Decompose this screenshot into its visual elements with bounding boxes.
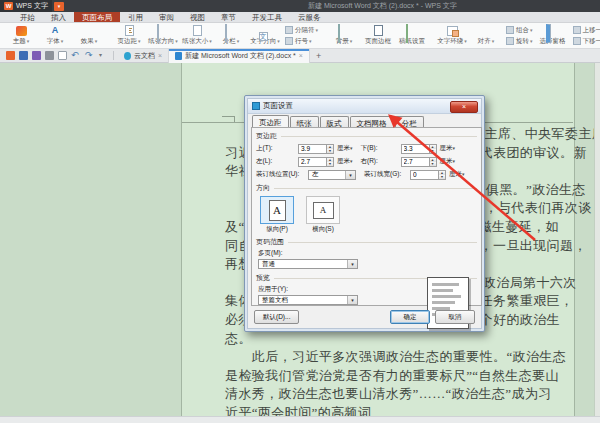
group-icon — [506, 26, 514, 34]
close-tab-icon[interactable]: × — [299, 52, 303, 59]
dialog-title-bar[interactable]: 页面设置 — [248, 99, 481, 114]
print-preview-icon[interactable] — [58, 51, 67, 60]
columns-icon — [225, 24, 227, 43]
redo-icon[interactable]: ↷ — [85, 51, 95, 60]
bring-forward-button[interactable]: 上移一层▾ — [573, 26, 600, 35]
margin-top-stepper[interactable]: ▲▼ — [298, 144, 334, 154]
margin-top-label: 上(T): — [256, 144, 298, 153]
multi-pages-label: 多页(M): — [258, 249, 477, 258]
gutter-position-select[interactable]: 左▾ — [308, 170, 356, 180]
page-border-button[interactable]: 页面边框 — [361, 23, 395, 48]
cancel-button[interactable]: 取消 — [435, 310, 475, 324]
align-button[interactable]: 对齐▾ — [469, 23, 503, 48]
wps-home-icon[interactable] — [6, 51, 15, 60]
word-doc-icon — [175, 52, 182, 60]
rotate-icon — [506, 37, 514, 45]
margins-tab-panel: 页边距 上(T): ▲▼ 厘米▾ 下(B): ▲▼ 厘米▾ 左(L): ▲▼ 厘… — [251, 127, 482, 306]
dialog-close-button[interactable]: × — [450, 101, 478, 113]
orientation-group-label: 方向 — [256, 183, 270, 193]
paper-size-icon — [193, 25, 202, 36]
unit-dropdown[interactable]: 厘米▾ — [449, 170, 465, 179]
menu-tab[interactable]: 视图 — [182, 12, 213, 22]
quick-access-caret-icon[interactable]: ▾ — [99, 51, 107, 60]
text-direction-button[interactable]: 文文字方向▾ — [248, 23, 282, 48]
unit-dropdown[interactable]: 厘米▾ — [337, 144, 353, 153]
fonts-icon: A — [49, 25, 62, 36]
effects-button[interactable]: 效果▾ — [72, 23, 106, 48]
app-menu-caret-icon[interactable]: ▾ — [54, 2, 64, 11]
ribbon: 主题▾ A字体▾ 效果▾ 页边距▾ 纸张方向▾ 纸张大小▾ 分栏▾ 文文字方向▾… — [0, 23, 600, 49]
menu-tab[interactable]: 开始 — [12, 12, 43, 22]
document-line: 此后，习近平多次强调政治生态的重要性。“政治生态 — [225, 348, 570, 367]
ok-button[interactable]: 确定 — [390, 310, 430, 324]
tab-cloud-docs[interactable]: 云文档 × — [118, 49, 169, 63]
document-line: 是检验我们管党治党是否有力的重要标尺”“自然生态要山 — [225, 367, 570, 386]
margin-right-stepper[interactable]: ▲▼ — [401, 157, 437, 167]
menu-tab[interactable]: 开发工具 — [244, 12, 290, 22]
orientation-landscape-button[interactable]: A — [306, 196, 340, 224]
default-button[interactable]: 默认(D)... — [254, 310, 299, 324]
background-button[interactable]: 背景▾ — [327, 23, 361, 48]
apply-to-select[interactable]: 整篇文档▾ — [258, 295, 358, 305]
send-backward-icon — [573, 37, 581, 45]
theme-button[interactable]: 主题▾ — [4, 23, 38, 48]
app-name: WPS 文字 — [16, 1, 48, 11]
dialog-button-row: 默认(D)... 确定 取消 — [248, 310, 481, 324]
menu-tab[interactable]: 章节 — [213, 12, 244, 22]
breaks-icon — [285, 26, 293, 34]
tab-current-document[interactable]: 新建 Microsoft Word 文档 (2).docx * × — [169, 49, 310, 63]
gutter-width-label: 装订线宽(G): — [364, 170, 410, 179]
text-wrap-icon — [447, 26, 458, 36]
unit-dropdown[interactable]: 厘米▾ — [440, 157, 456, 166]
vertical-scrollbar[interactable] — [594, 63, 600, 416]
margin-left-stepper[interactable]: ▲▼ — [298, 157, 334, 167]
margin-corner-mark — [222, 116, 235, 122]
menu-tab[interactable]: 引用 — [120, 12, 151, 22]
print-icon[interactable] — [45, 51, 54, 60]
orientation-portrait-button[interactable]: A — [260, 196, 294, 224]
page-setup-dialog: 页面设置 × 页边距 纸张 版式 文档网格 分栏 页边距 上(T): ▲▼ 厘米… — [244, 95, 485, 332]
wps-window: W WPS 文字 ▾ 新建 Microsoft Word 文档 (2).docx… — [0, 0, 600, 423]
portrait-page-icon: A — [269, 200, 286, 221]
selection-pane-button[interactable]: 选择窗格 — [536, 23, 570, 48]
divider — [113, 51, 114, 60]
paper-orientation-button[interactable]: 纸张方向▾ — [146, 23, 180, 48]
breaks-button[interactable]: 分隔符▾ — [285, 26, 318, 35]
landscape-label: 横向(S) — [306, 225, 340, 234]
menu-tab[interactable]: 云服务 — [290, 12, 329, 22]
line-number-button[interactable]: 行号▾ — [285, 37, 318, 46]
grid-paper-button[interactable]: 稿纸设置 — [395, 23, 429, 48]
gutter-position-label: 装订线位置(U): — [256, 170, 308, 179]
fonts-button[interactable]: A字体▾ — [38, 23, 72, 48]
document-line: 近平“两会时间”的高频词 — [225, 404, 570, 416]
new-tab-button[interactable]: + — [310, 51, 327, 61]
menu-tab[interactable]: 插入 — [43, 12, 74, 22]
app-menu-button[interactable]: W WPS 文字 — [0, 0, 52, 12]
document-line: 态。 — [225, 330, 570, 349]
window-title: 新建 Microsoft Word 文档 (2).docx * - WPS 文字 — [308, 0, 457, 12]
margin-bottom-stepper[interactable]: ▲▼ — [401, 144, 437, 154]
text-direction-icon: 文 — [259, 32, 268, 41]
theme-icon — [16, 26, 27, 36]
margins-button[interactable]: 页边距▾ — [112, 23, 146, 48]
pages-group-label: 页码范围 — [256, 237, 284, 247]
undo-icon[interactable]: ↶ — [71, 51, 81, 60]
columns-button[interactable]: 分栏▾ — [214, 23, 248, 48]
gutter-width-stepper[interactable]: ▲▼ — [410, 170, 446, 180]
dialog-icon — [252, 102, 260, 110]
export-icon[interactable] — [32, 51, 41, 60]
multi-pages-select[interactable]: 普通▾ — [258, 259, 358, 269]
selection-pane-icon — [546, 24, 551, 43]
save-icon[interactable] — [19, 51, 28, 60]
send-backward-button[interactable]: 下移一层▾ — [573, 37, 600, 46]
paper-size-button[interactable]: 纸张大小▾ — [180, 23, 214, 48]
text-wrap-button[interactable]: 文字环绕▾ — [435, 23, 469, 48]
unit-dropdown[interactable]: 厘米▾ — [337, 157, 353, 166]
rotate-button[interactable]: 旋转▾ — [506, 37, 533, 46]
close-tab-icon[interactable]: × — [158, 52, 162, 59]
menu-tab[interactable]: 页面布局 — [74, 12, 120, 22]
unit-dropdown[interactable]: 厘米▾ — [440, 144, 456, 153]
menu-tab[interactable]: 审阅 — [151, 12, 182, 22]
group-button[interactable]: 组合▾ — [506, 26, 533, 35]
document-line: 清水秀，政治生态也要山清水秀”……“政治生态”成为习 — [225, 385, 570, 404]
